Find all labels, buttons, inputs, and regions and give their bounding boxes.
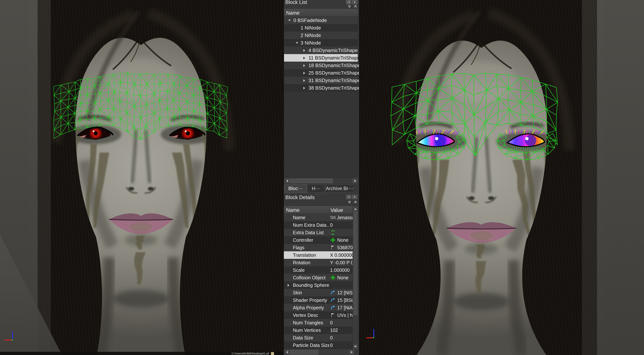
- detail-value[interactable]: X 0.000000: [330, 251, 353, 259]
- block-list-item-1-ninode[interactable]: 1 NiNode: [284, 24, 358, 31]
- detail-value[interactable]: [330, 229, 353, 236]
- expander-down-icon[interactable]: [288, 19, 291, 21]
- expander-right-icon[interactable]: [288, 284, 289, 287]
- detail-value[interactable]: 0: [330, 334, 353, 342]
- block-list-hscrollbar[interactable]: [284, 178, 358, 184]
- detail-value[interactable]: 0: [330, 221, 353, 229]
- scroll-thumb[interactable]: [290, 350, 318, 355]
- detail-value[interactable]: None: [330, 236, 353, 244]
- details-row-particle-data-size[interactable]: Particle Data Size0: [284, 342, 353, 349]
- dock-tab-block-details[interactable]: Bloc···: [284, 184, 307, 193]
- detail-value[interactable]: None: [330, 274, 353, 281]
- close-icon: ×: [354, 195, 356, 199]
- expand-all-details-button[interactable]: [353, 200, 358, 204]
- dock-panel: Block List × Name 0 BSFadeNode1 NiNode2 …: [284, 0, 359, 355]
- block-list-item-25-bsdynamictrishape[interactable]: 25 BSDynamicTriShape: [284, 69, 358, 77]
- details-row-vertex-desc[interactable]: Vertex DescUVs | No: [284, 312, 353, 319]
- detail-value[interactable]: 17 [NiAl: [330, 304, 353, 312]
- expander-right-icon[interactable]: [304, 79, 305, 82]
- block-label: 11 BSDynamicTriShape: [308, 54, 360, 62]
- details-row-translation[interactable]: TranslationX 0.000000: [284, 251, 353, 259]
- detail-value[interactable]: 0: [330, 319, 353, 327]
- expander-right-icon[interactable]: [304, 57, 305, 59]
- scroll-up-button[interactable]: [354, 207, 358, 211]
- detail-name: Flags: [293, 244, 329, 251]
- scroll-left-button[interactable]: [284, 350, 290, 355]
- expander-right-icon[interactable]: [304, 72, 305, 74]
- details-row-extra-data-list[interactable]: Extra Data List: [284, 229, 353, 236]
- detail-name: Particle Data Size: [293, 342, 329, 349]
- details-row-num-triangles[interactable]: Num Triangles0: [284, 319, 353, 327]
- collapse-all-details-button[interactable]: [347, 200, 352, 204]
- dock-tab-archive-browser[interactable]: Archive Br···: [325, 184, 354, 192]
- details-row-scale[interactable]: Scale1.000000: [284, 266, 353, 274]
- chevron-double-down-icon: [348, 201, 352, 204]
- details-hscrollbar[interactable]: [284, 349, 354, 355]
- detail-value[interactable]: 102: [330, 327, 353, 334]
- detail-name: Num Extra Data...: [293, 221, 329, 229]
- scroll-left-button[interactable]: [284, 178, 290, 183]
- restore-icon: [348, 1, 350, 3]
- block-list-column-header[interactable]: Name: [284, 9, 358, 16]
- scroll-thumb[interactable]: [354, 212, 358, 315]
- block-list-item-0-bsfadenode[interactable]: 0 BSFadeNode: [284, 16, 358, 24]
- statusbar-left-path: C:/Users/81906/Desktop/i2.nif: [232, 352, 269, 355]
- block-list-item-4-bsdynamictrishape[interactable]: 4 BSDynamicTriShape: [284, 46, 358, 54]
- details-row-shader-property[interactable]: Shader Property15 [BSLig: [284, 296, 353, 304]
- details-row-skin[interactable]: Skin12 [NiSk: [284, 289, 353, 296]
- viewport-left-render[interactable]: C:/Users/81906/Desktop/i2.nif: [0, 0, 283, 355]
- float-panel-button[interactable]: [346, 0, 351, 4]
- detail-value[interactable]: 5368709: [330, 244, 353, 251]
- detail-value[interactable]: 0: [330, 342, 353, 349]
- block-label: 2 NiNode: [300, 31, 321, 39]
- details-row-num-vertices[interactable]: Num Vertices102: [284, 327, 353, 334]
- details-row-num-extra-data-[interactable]: Num Extra Data...0: [284, 221, 353, 229]
- arrow-down-icon: [354, 346, 357, 348]
- detail-value[interactable]: 15 [BSLig: [330, 296, 353, 304]
- float-details-button[interactable]: [346, 195, 351, 199]
- details-row-bounding-sphere[interactable]: Bounding Sphere: [284, 281, 353, 289]
- expander-right-icon[interactable]: [304, 49, 305, 52]
- splitter-handle[interactable]: ······: [284, 192, 359, 195]
- expander-right-icon[interactable]: [304, 87, 305, 89]
- block-label: 18 BSDynamicTriShape: [308, 62, 360, 69]
- column-divider[interactable]: [329, 207, 330, 213]
- expand-all-button[interactable]: [353, 4, 358, 8]
- details-row-collision-object[interactable]: Collision ObjectNone: [284, 274, 353, 281]
- block-label: 31 BSDynamicTriShape: [308, 77, 360, 84]
- viewport-right-render[interactable]: C:/Users/81906/AppData/Local/ModOrganize…: [360, 0, 644, 355]
- collapse-all-button[interactable]: [347, 4, 352, 8]
- details-row-alpha-property[interactable]: Alpha Property17 [NiAl: [284, 304, 353, 312]
- column-name-label: Name: [286, 10, 300, 16]
- block-label: 25 BSDynamicTriShape: [308, 69, 360, 77]
- details-row-data-size[interactable]: Data Size0: [284, 334, 353, 342]
- block-list-item-2-ninode[interactable]: 2 NiNode: [284, 31, 358, 39]
- block-list-item-38-bsdynamictrishape[interactable]: 38 BSDynamicTriShape: [284, 84, 358, 92]
- details-row-controller[interactable]: ControllerNone: [284, 236, 353, 244]
- detail-value[interactable]: TxtJenassaB: [330, 214, 353, 221]
- dock-tab-header[interactable]: H···: [307, 184, 325, 192]
- detail-value[interactable]: UVs | No: [330, 312, 353, 319]
- details-vscrollbar[interactable]: [353, 206, 358, 349]
- expander-right-icon[interactable]: [304, 64, 305, 67]
- block-list-item-11-bsdynamictrishape[interactable]: 11 BSDynamicTriShape: [284, 54, 358, 62]
- scroll-right-button[interactable]: [353, 178, 358, 183]
- block-list-item-3-ninode[interactable]: 3 NiNode: [284, 39, 358, 46]
- block-list-item-18-bsdynamictrishape[interactable]: 18 BSDynamicTriShape: [284, 62, 358, 69]
- close-details-button[interactable]: ×: [352, 195, 357, 199]
- scroll-down-button[interactable]: [354, 344, 358, 349]
- detail-value[interactable]: [330, 281, 353, 289]
- detail-name: Collision Object: [293, 274, 329, 281]
- expander-down-icon[interactable]: [296, 42, 298, 44]
- detail-value[interactable]: 1.000000: [330, 266, 353, 274]
- detail-value[interactable]: 12 [NiSk: [330, 289, 353, 296]
- detail-value[interactable]: Y -0.00 P 0.0: [330, 259, 353, 266]
- scroll-right-button[interactable]: [349, 350, 354, 355]
- scroll-thumb[interactable]: [290, 178, 333, 183]
- block-list-item-31-bsdynamictrishape[interactable]: 31 BSDynamicTriShape: [284, 77, 358, 84]
- details-row-flags[interactable]: Flags5368709: [284, 244, 353, 251]
- details-row-rotation[interactable]: RotationY -0.00 P 0.0: [284, 259, 353, 266]
- block-details-column-header[interactable]: Name Value: [284, 206, 353, 214]
- details-row-name[interactable]: NameTxtJenassaB: [284, 214, 353, 221]
- close-panel-button[interactable]: ×: [352, 0, 357, 4]
